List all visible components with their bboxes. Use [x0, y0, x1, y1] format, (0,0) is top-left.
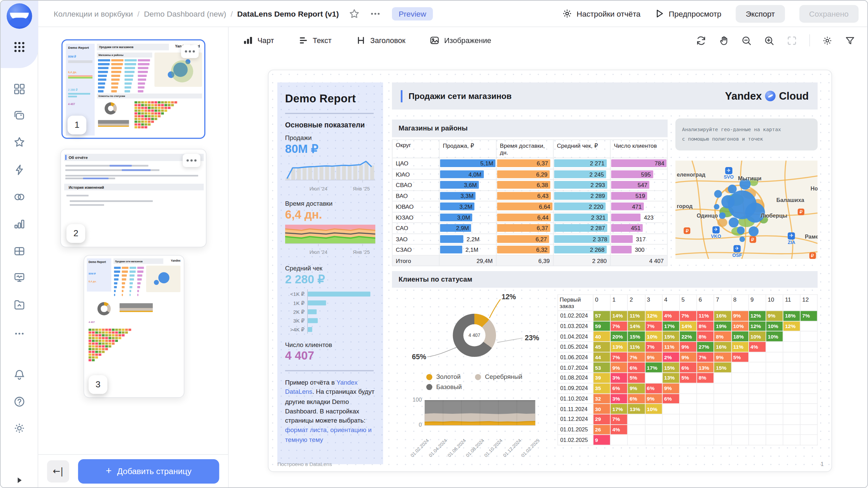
sidebar-item-monitoring-icon[interactable]	[13, 272, 25, 284]
sidebar-item-tables-icon[interactable]	[13, 245, 25, 257]
breadcrumb-workbook[interactable]: Demo Dashboard (new)	[144, 9, 226, 18]
page-thumbnail-1[interactable]: Demo Report 80М ₽ 6,4 дн. 2 280 ₽ 4 407 …	[61, 39, 205, 139]
sidebar-item-datasets-icon[interactable]	[13, 191, 25, 203]
table-column-header[interactable]: Продажа, ₽	[439, 140, 496, 158]
geo-map[interactable]: еленоградМытищиНоБалашихагородОдинцоЛюбе…	[675, 160, 818, 259]
insert-text-button[interactable]: Текст	[298, 35, 332, 45]
avg-check-bar-chart[interactable]: <1K ₽1K ₽2K ₽3K ₽>4K ₽	[285, 289, 375, 334]
table-column-header[interactable]: Округ	[392, 140, 439, 158]
export-button[interactable]: Экспорт	[736, 5, 785, 22]
report-settings-button[interactable]: Настройки отчёта	[561, 8, 640, 19]
sales-sparkline-chart[interactable]	[285, 159, 375, 183]
help-icon[interactable]	[13, 395, 25, 408]
sidebar-item-favorites-icon[interactable]	[13, 136, 25, 148]
map-place-label: Балашиха	[776, 197, 804, 203]
cohort-row: 01.08.2024393%5%13%5%8%	[558, 373, 817, 383]
pan-hand-icon[interactable]	[718, 35, 729, 46]
zoom-in-icon[interactable]	[764, 35, 774, 46]
preview-button[interactable]: Предпросмотр	[655, 9, 722, 18]
apps-grid-icon[interactable]	[13, 41, 25, 53]
cohort-row: 01.03.2024597%14%7%17%14%8%19%10%12%10%1…	[558, 321, 817, 331]
table-column-header[interactable]: Время доставки, дн.	[496, 140, 553, 158]
sidebar-item-storage-icon[interactable]	[13, 299, 25, 311]
fit-screen-icon[interactable]	[787, 35, 797, 46]
donut-chart[interactable]: 4 407	[453, 314, 496, 357]
expand-rail-icon[interactable]	[15, 476, 23, 484]
table-row[interactable]: ЮАО4,0М6,292 245595	[392, 169, 668, 180]
sheet-format-link[interactable]: формат листа,	[285, 427, 329, 433]
table-section-header: Магазины и районы	[392, 120, 668, 137]
delivery-area-chart[interactable]	[285, 225, 375, 247]
sidebar-item-dashboards-icon[interactable]	[13, 83, 25, 95]
header-accent-bar	[401, 90, 402, 102]
map-place-label: город	[677, 203, 693, 209]
cohort-row: 01.01.2025264%	[558, 424, 817, 435]
page-1-menu-button[interactable]	[181, 45, 199, 58]
breadcrumb-current-report: DataLens Demo Report (v1)	[237, 9, 339, 18]
table-row[interactable]: ЮВАО3,2М6,642 220471	[392, 201, 668, 212]
table-row[interactable]: ЗАО2,2М6,272 378317	[392, 234, 668, 245]
table-row[interactable]: ВАО3,3М6,432 289519	[392, 191, 668, 202]
legend-item[interactable]: Серебряный	[475, 373, 522, 380]
table-row[interactable]: ЮЗАО3,0М6,442 321423	[392, 212, 668, 223]
airport-marker: ✈VKO	[711, 226, 721, 239]
report-header-band: Продажи сети магазинов Yandex Cloud	[392, 82, 818, 109]
table-row[interactable]: СЗАО2,1М6,322 268300	[392, 245, 668, 256]
table-row[interactable]: СВАО3,6М6,382 293547	[392, 180, 668, 191]
gear-icon	[561, 8, 572, 19]
legend-item[interactable]: Базовый	[426, 383, 462, 390]
favorite-star-icon[interactable]	[349, 8, 360, 19]
cohort-row: 01.07.2024539%6%17%15%6%13%15%	[558, 362, 817, 373]
table-column-header[interactable]: Число клиентов	[611, 140, 668, 158]
insert-chart-button[interactable]: Чарт	[243, 35, 274, 45]
preview-mode-badge[interactable]: Preview	[392, 7, 433, 20]
status-legend: ЗолотойСеребряныйБазовый	[426, 373, 548, 390]
refresh-icon[interactable]	[696, 35, 706, 46]
zoom-out-icon[interactable]	[741, 35, 752, 46]
text-icon	[298, 35, 308, 45]
cohort-row: 01.12.2024297%	[558, 414, 817, 425]
airport-marker: ✈ZIA	[788, 232, 795, 245]
check-bar-row: <1K ₽	[285, 289, 375, 298]
insert-image-button[interactable]: Изображение	[430, 35, 491, 45]
collapse-panel-button[interactable]: ←|	[47, 460, 69, 482]
ruble-marker: ₽	[809, 252, 816, 259]
sidebar-item-more-icon[interactable]	[13, 328, 25, 340]
more-actions-icon[interactable]	[370, 8, 381, 19]
sidebar-item-collections-icon[interactable]	[13, 109, 25, 122]
plus-icon: +	[106, 465, 112, 477]
table-row[interactable]: САО2,9М6,372 287451	[392, 223, 668, 234]
table-column-header[interactable]: Средний чек, ₽	[554, 140, 611, 158]
notifications-bell-icon[interactable]	[13, 368, 25, 381]
yandex-cloud-sphere-icon	[765, 91, 776, 101]
report-header-title: Продажи сети магазинов	[409, 91, 512, 101]
map-place-label: Люберцы	[761, 212, 787, 219]
kpi-section-title: Основные показатели	[285, 121, 375, 129]
sidebar-item-charts-icon[interactable]	[13, 218, 25, 230]
canvas-settings-gear-icon[interactable]	[822, 35, 832, 46]
cohort-row: 01.09.2024356%9%6%9%	[558, 383, 817, 393]
settings-gear-icon[interactable]	[13, 422, 25, 434]
report-page-number: 1	[821, 461, 824, 467]
page-thumbnail-3[interactable]: Demo Report 80М ₽ 6,4 дн. Продажи сети м…	[84, 255, 184, 398]
breadcrumb-collections[interactable]: Коллекции и воркбуки	[54, 9, 133, 18]
datalens-logo[interactable]	[7, 3, 32, 29]
insert-heading-button[interactable]: Заголовок	[356, 35, 406, 45]
legend-item[interactable]: Золотой	[426, 373, 460, 380]
sidebar-item-connections-icon[interactable]	[13, 164, 25, 176]
add-page-button[interactable]: + Добавить страницу	[78, 459, 219, 483]
cohort-heatmap-table[interactable]: Первый заказ012345678910111201.02.202457…	[557, 294, 818, 446]
check-bar-row: >4K ₽	[285, 325, 375, 333]
report-page[interactable]: Demo Report Основные показатели Продажи …	[268, 70, 832, 472]
page-thumbnail-2[interactable]: Об отчёте История изменений 2	[60, 149, 206, 247]
filter-funnel-icon[interactable]	[845, 35, 855, 46]
play-icon	[655, 9, 665, 18]
divider	[285, 113, 374, 114]
district-table[interactable]: ОкругПродажа, ₽Время доставки, дн.Средни…	[392, 139, 668, 266]
pages-panel: Demo Report 80М ₽ 6,4 дн. 2 280 ₽ 4 407 …	[38, 27, 229, 487]
clients-stacked-area-chart[interactable]	[425, 400, 535, 426]
page-2-menu-button[interactable]	[183, 154, 200, 167]
donut-label-base: 65%	[412, 352, 426, 361]
table-row[interactable]: ЦАО5,1М6,372 271784	[392, 158, 668, 169]
saved-button[interactable]: Сохранено	[799, 5, 859, 22]
